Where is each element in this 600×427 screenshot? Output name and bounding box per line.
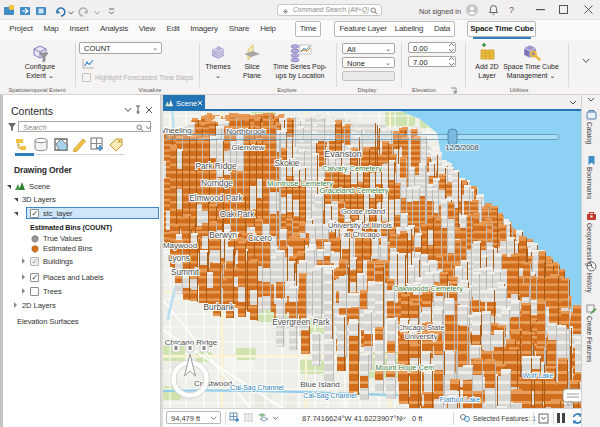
svg-text:Glenview: Glenview xyxy=(232,143,265,152)
svg-text:Skokie: Skokie xyxy=(275,158,300,168)
svg-text:Burbank: Burbank xyxy=(204,302,236,312)
svg-text:Maywood: Maywood xyxy=(163,241,197,250)
svg-text:Evanston: Evanston xyxy=(324,149,362,159)
svg-text:Lyons: Lyons xyxy=(168,253,190,263)
svg-text:Elmwood Park: Elmwood Park xyxy=(189,193,243,203)
svg-text:Oak Park: Oak Park xyxy=(220,209,255,219)
svg-text:Chicago State: Chicago State xyxy=(397,323,444,332)
svg-text:Goose Island: Goose Island xyxy=(341,207,385,216)
svg-text:Blue Island: Blue Island xyxy=(300,380,340,389)
svg-text:12/5/2008: 12/5/2008 xyxy=(445,143,478,152)
svg-text:Crestwood: Crestwood xyxy=(194,379,232,388)
svg-text:University: University xyxy=(405,332,438,341)
svg-text:Norridge: Norridge xyxy=(201,178,233,188)
svg-text:University of Illinois: University of Illinois xyxy=(328,221,392,230)
svg-text:Summit: Summit xyxy=(171,267,200,277)
svg-text:Wheeling: Wheeling xyxy=(163,126,192,135)
svg-text:Evergreen Park: Evergreen Park xyxy=(272,317,330,327)
svg-text:Cicero: Cicero xyxy=(248,233,272,243)
svg-text:Cal-Sag Channel: Cal-Sag Channel xyxy=(303,392,357,400)
svg-text:Graceland Cemetery: Graceland Cemetery xyxy=(319,186,388,195)
svg-text:Flatfoot Lake: Flatfoot Lake xyxy=(440,396,481,403)
svg-text:Cal-Sag Channel: Cal-Sag Channel xyxy=(230,384,284,392)
svg-text:Mount Hope Cem: Mount Hope Cem xyxy=(376,363,435,372)
svg-text:Berwyn: Berwyn xyxy=(209,230,237,240)
svg-text:Wolf Lake: Wolf Lake xyxy=(523,372,554,379)
svg-text:at Chicago: at Chicago xyxy=(344,230,380,239)
svg-text:Oakwoods Cemetery: Oakwoods Cemetery xyxy=(393,284,463,293)
svg-text:Park Ridge: Park Ridge xyxy=(195,161,236,171)
svg-text:Calvary Cemetery: Calvary Cemetery xyxy=(322,164,382,173)
